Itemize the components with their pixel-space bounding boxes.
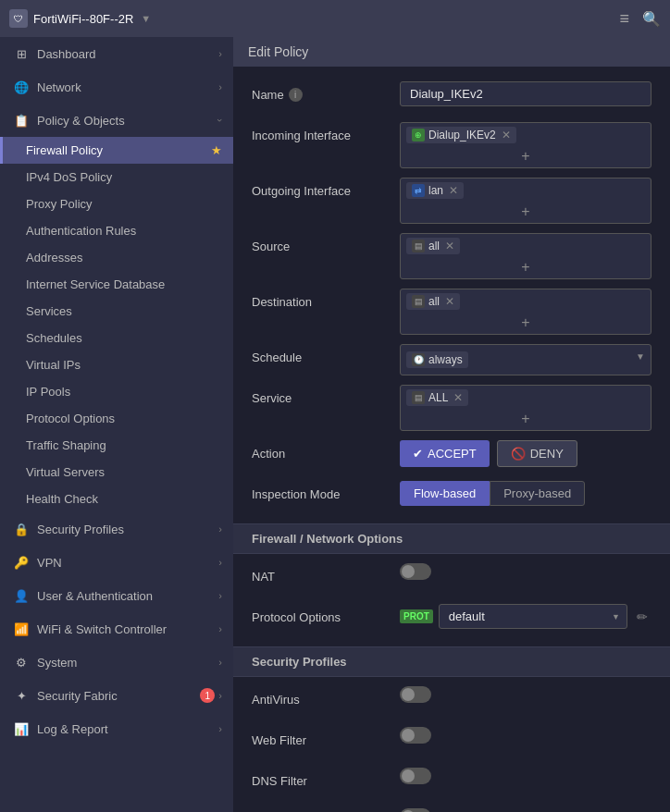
proto-options-control: PROT default ✏: [400, 604, 651, 629]
nat-row: NAT: [252, 563, 651, 595]
user-icon: 👤: [13, 587, 30, 604]
sub-item-label: Authentication Rules: [26, 224, 136, 238]
antivirus-toggle[interactable]: [400, 686, 431, 703]
app-control-toggle[interactable]: [400, 808, 431, 812]
proto-edit-button[interactable]: ✏: [633, 609, 651, 624]
schedule-container[interactable]: 🕐 always ▼: [400, 344, 651, 375]
search-button[interactable]: 🔍: [642, 10, 661, 28]
dns-filter-toggle[interactable]: [400, 768, 431, 784]
proxy-based-button[interactable]: Proxy-based: [490, 481, 585, 506]
sidebar: ⊞ Dashboard › 🌐 Network › 📋 Policy & Obj…: [0, 37, 233, 812]
name-control: [400, 81, 651, 106]
dns-filter-row: DNS Filter: [252, 768, 651, 799]
schedule-control: 🕐 always ▼: [400, 344, 651, 375]
add-dest-button[interactable]: +: [406, 315, 645, 330]
inspection-mode-control: Flow-based Proxy-based: [400, 481, 651, 506]
sidebar-item-security-fabric[interactable]: ✦ Security Fabric 1 ›: [0, 679, 233, 712]
deny-icon: 🚫: [511, 447, 526, 461]
add-incoming-iface-button[interactable]: +: [406, 149, 645, 164]
sidebar-item-user-auth[interactable]: 👤 User & Authentication ›: [0, 579, 233, 612]
chevron-icon: ›: [218, 48, 222, 59]
proto-options-select[interactable]: default: [439, 604, 627, 629]
incoming-iface-container[interactable]: ⊕ Dialup_IKEv2 ✕ +: [400, 122, 651, 168]
name-label: Name i: [252, 81, 400, 102]
sidebar-sub-item-virtual-ips[interactable]: Virtual IPs: [0, 351, 233, 378]
schedule-label: Schedule: [252, 344, 400, 364]
add-outgoing-iface-button[interactable]: +: [406, 204, 645, 219]
device-selector[interactable]: 🛡 FortiWiFi--80F--2R ▼: [9, 9, 608, 28]
sidebar-item-wifi-switch[interactable]: 📶 WiFi & Switch Controller ›: [0, 612, 233, 646]
sidebar-item-label: Security Profiles: [37, 523, 218, 536]
sub-item-label: Virtual Servers: [26, 465, 105, 479]
sidebar-sub-item-virtual-servers[interactable]: Virtual Servers: [0, 459, 233, 486]
deny-button[interactable]: 🚫 DENY: [497, 440, 577, 467]
remove-source-button[interactable]: ✕: [445, 240, 454, 252]
chevron-icon: ›: [218, 590, 222, 601]
sidebar-sub-item-protocol-options[interactable]: Protocol Options: [0, 405, 233, 432]
name-input[interactable]: [400, 81, 651, 106]
source-label: Source: [252, 233, 400, 253]
sub-item-label: Proxy Policy: [26, 197, 93, 211]
dest-type-icon: ▤: [412, 295, 425, 308]
sidebar-item-dashboard[interactable]: ⊞ Dashboard ›: [0, 37, 233, 70]
web-filter-control: [400, 727, 651, 746]
app-control-label: Application Control: [252, 808, 400, 812]
sidebar-item-network[interactable]: 🌐 Network ›: [0, 70, 233, 104]
sidebar-sub-item-internet-svc-db[interactable]: Internet Service Database: [0, 271, 233, 298]
destination-control: ▤ all ✕ +: [400, 289, 651, 335]
accept-button[interactable]: ✔ ACCEPT: [400, 440, 490, 467]
proto-select-row: PROT default ✏: [400, 604, 651, 629]
remove-iface-button[interactable]: ✕: [449, 184, 458, 197]
sidebar-item-security-profiles[interactable]: 🔒 Security Profiles ›: [0, 512, 233, 546]
hamburger-menu-button[interactable]: ≡: [619, 9, 629, 29]
sidebar-sub-item-ipv4-dos[interactable]: IPv4 DoS Policy: [0, 164, 233, 191]
flow-based-button[interactable]: Flow-based: [400, 481, 490, 506]
sub-item-label: Health Check: [26, 492, 98, 506]
antivirus-row: AntiVirus: [252, 686, 651, 718]
add-service-button[interactable]: +: [406, 412, 645, 426]
action-label: Action: [252, 440, 400, 461]
security-fabric-icon: ✦: [13, 687, 30, 704]
device-icon: 🛡: [9, 9, 28, 28]
remove-iface-button[interactable]: ✕: [502, 129, 511, 141]
sidebar-item-label: Security Fabric: [37, 689, 200, 703]
sub-item-label: Firewall Policy: [26, 143, 103, 157]
sidebar-sub-item-services[interactable]: Services: [0, 298, 233, 325]
remove-dest-button[interactable]: ✕: [445, 295, 454, 308]
schedule-type-icon: 🕐: [412, 353, 425, 366]
nat-toggle[interactable]: [400, 563, 431, 580]
outgoing-iface-container[interactable]: ⇄ lan ✕ +: [400, 178, 651, 224]
system-icon: ⚙: [13, 654, 30, 671]
sidebar-item-log-report[interactable]: 📊 Log & Report ›: [0, 712, 233, 745]
destination-container[interactable]: ▤ all ✕ +: [400, 289, 651, 335]
sidebar-sub-item-health-check[interactable]: Health Check: [0, 486, 233, 512]
add-source-button[interactable]: +: [406, 260, 645, 275]
remove-service-button[interactable]: ✕: [453, 391, 463, 404]
source-row: Source ▤ all ✕ +: [252, 233, 651, 279]
web-filter-toggle[interactable]: [400, 727, 431, 744]
sidebar-sub-item-ip-pools[interactable]: IP Pools: [0, 378, 233, 405]
destination-tag: ▤ all ✕: [406, 293, 460, 310]
inspection-mode-row: Inspection Mode Flow-based Proxy-based: [252, 481, 651, 512]
sub-item-label: Schedules: [26, 331, 82, 345]
source-container[interactable]: ▤ all ✕ +: [400, 233, 651, 279]
sidebar-item-label: System: [37, 656, 218, 670]
content-body: Name i Incoming Interface ⊕ Dialup_IKEv2: [233, 67, 670, 812]
star-icon[interactable]: ★: [211, 143, 222, 157]
sidebar-item-vpn[interactable]: 🔑 VPN ›: [0, 546, 233, 579]
chevron-icon: ›: [218, 81, 222, 92]
sidebar-sub-item-schedules[interactable]: Schedules: [0, 325, 233, 351]
sub-item-label: Protocol Options: [26, 412, 115, 425]
name-row: Name i: [252, 81, 651, 113]
destination-label: Destination: [252, 289, 400, 309]
sidebar-sub-item-auth-rules[interactable]: Authentication Rules: [0, 217, 233, 244]
sidebar-sub-item-firewall-policy[interactable]: Firewall Policy ★: [0, 137, 233, 164]
sidebar-sub-item-addresses[interactable]: Addresses: [0, 244, 233, 271]
sidebar-sub-item-proxy-policy[interactable]: Proxy Policy: [0, 191, 233, 217]
sidebar-item-policy-objects[interactable]: 📋 Policy & Objects ›: [0, 104, 233, 137]
vpn-icon: 🔑: [13, 554, 30, 571]
sidebar-item-system[interactable]: ⚙ System ›: [0, 646, 233, 679]
info-icon: i: [289, 88, 303, 102]
service-container[interactable]: ▤ ALL ✕ +: [400, 385, 651, 431]
sidebar-sub-item-traffic-shaping[interactable]: Traffic Shaping: [0, 432, 233, 459]
